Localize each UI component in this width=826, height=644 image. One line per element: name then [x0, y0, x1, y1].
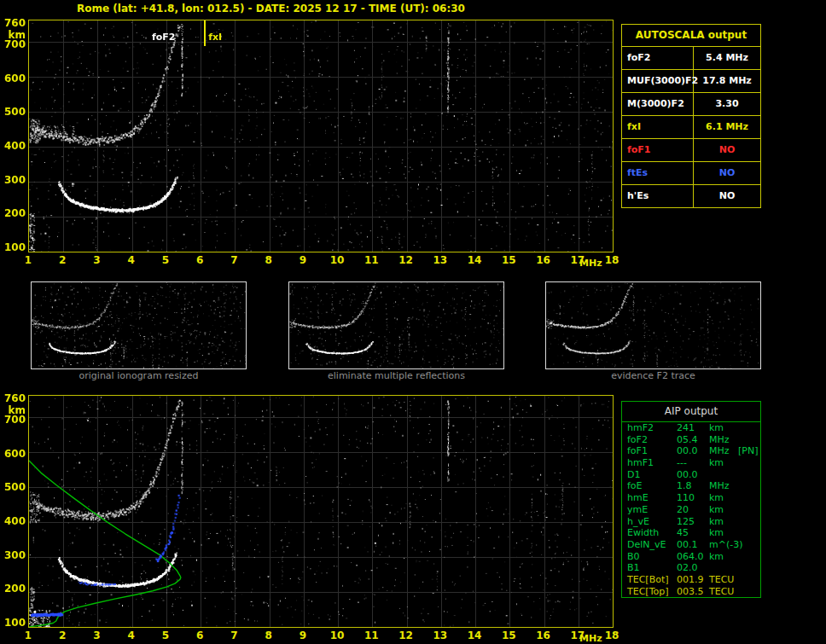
- thumbnail-evidence-f2: [545, 281, 761, 369]
- x-axis-unit-label: MHz: [579, 258, 605, 269]
- aip-value: 125: [677, 516, 709, 528]
- aip-unit: km: [709, 504, 738, 516]
- aip-unit: m^(-3): [709, 539, 738, 551]
- aip-row-deln-ve: DelN_vE00.1m^(-3): [622, 539, 760, 551]
- aip-extra: [738, 574, 760, 586]
- aip-label: hmF1: [622, 457, 677, 469]
- aip-label: hmE: [622, 492, 677, 504]
- x-tick-label: 3: [87, 629, 106, 641]
- autoscala-row-value: NO: [694, 162, 760, 184]
- aip-label: foF1: [622, 445, 677, 457]
- aip-label: ymE: [622, 504, 677, 516]
- aip-label: D1: [622, 469, 677, 481]
- x-tick-label: 6: [190, 629, 209, 641]
- aip-extra: [738, 504, 760, 516]
- thumbnail-caption-original: original ionogram resized: [31, 370, 247, 381]
- aip-unit: km: [709, 516, 738, 528]
- x-tick-label: 13: [431, 254, 450, 266]
- ionogram-plot-bottom: [28, 395, 614, 628]
- aip-label: DelN_vE: [622, 539, 677, 551]
- x-tick-label: 8: [259, 629, 278, 641]
- aip-unit: km: [709, 492, 738, 504]
- x-tick-label: 2: [53, 254, 72, 266]
- fxi-marker-line: [204, 20, 206, 46]
- x-tick-label: 12: [397, 629, 416, 641]
- aip-extra: [738, 469, 760, 481]
- aip-label: h_vE: [622, 516, 677, 528]
- aip-label: Ewidth: [622, 527, 677, 539]
- y-tick-label: 400: [2, 516, 26, 527]
- aip-row-yme: ymE20km: [622, 504, 760, 516]
- y-tick-label: 700: [2, 415, 26, 426]
- aip-unit: MHz: [709, 445, 738, 457]
- thumbnail-caption-evidence: evidence F2 trace: [545, 370, 761, 381]
- autoscala-row-fxi: fxI6.1 MHz: [622, 116, 760, 139]
- aip-row-tec-top-: TEC[Top]003.5TECU: [622, 586, 760, 598]
- x-tick-label: 4: [122, 254, 141, 266]
- aip-row-hme: hmE110km: [622, 492, 760, 504]
- aip-value: 20: [677, 504, 709, 516]
- aip-row-fof1: foF100.0MHz[PN]: [622, 445, 760, 457]
- aip-row-hmf2: hmF2241km: [622, 422, 760, 434]
- aip-value: 00.0: [677, 445, 709, 457]
- y-tick-label: 100: [2, 618, 26, 629]
- y-tick-label: 700: [2, 39, 26, 50]
- aip-row-foe: foE1.8MHz: [622, 480, 760, 492]
- aip-table-header: AIP output: [622, 402, 760, 422]
- autoscala-row-value: NO: [694, 185, 760, 207]
- thumbnail-eliminate-reflections: [288, 281, 504, 369]
- aip-value: 05.4: [677, 434, 709, 446]
- aip-extra: [738, 492, 760, 504]
- thumbnail-caption-eliminate: eliminate multiple reflections: [288, 370, 504, 381]
- y-axis-max-label: 760: [2, 393, 26, 404]
- aip-row-h-ve: h_vE125km: [622, 516, 760, 528]
- aip-unit: MHz: [709, 480, 738, 492]
- x-tick-label: 1: [19, 629, 38, 641]
- aip-row-b0: B0064.0km: [622, 551, 760, 563]
- aip-value: 110: [677, 492, 709, 504]
- fxi-label: fxI: [208, 32, 222, 43]
- aip-value: 003.5: [677, 586, 709, 598]
- aip-unit: TECU: [709, 586, 738, 598]
- y-tick-label: 300: [2, 175, 26, 186]
- x-tick-label: 14: [465, 254, 484, 266]
- aip-value: 00.0: [677, 469, 709, 481]
- x-tick-label: 18: [602, 254, 621, 266]
- aip-value: ---: [677, 457, 709, 469]
- x-tick-label: 5: [156, 629, 175, 641]
- autoscala-row-m-3000-f2: M(3000)F23.30: [622, 93, 760, 116]
- aip-extra: [738, 434, 760, 446]
- x-tick-label: 16: [534, 254, 553, 266]
- aip-value: 241: [677, 422, 709, 434]
- x-tick-label: 3: [87, 254, 106, 266]
- aip-unit: km: [709, 422, 738, 434]
- ionogram-top-canvas: [29, 20, 613, 252]
- aip-value: 001.9: [677, 574, 709, 586]
- aip-row-d1: D100.0: [622, 469, 760, 481]
- aip-extra: [738, 516, 760, 528]
- x-axis-unit-label: MHz: [579, 633, 605, 644]
- x-tick-label: 13: [431, 629, 450, 641]
- aip-row-fof2: foF205.4MHz: [622, 434, 760, 446]
- aip-unit: km: [709, 457, 738, 469]
- autoscala-row-value: 3.30: [694, 93, 760, 115]
- autoscala-app-window: Rome (lat: +41.8, lon: 012.5) - DATE: 20…: [0, 0, 826, 644]
- autoscala-row-value: 5.4 MHz: [694, 47, 760, 69]
- x-tick-label: 6: [190, 254, 209, 266]
- aip-unit: [709, 562, 738, 574]
- aip-table-rows: hmF2241kmfoF205.4MHzfoF100.0MHz[PN]hmF1-…: [622, 422, 760, 597]
- station-datetime-title: Rome (lat: +41.8, lon: 012.5) - DATE: 20…: [77, 3, 465, 15]
- x-tick-label: 12: [397, 254, 416, 266]
- y-tick-label: 200: [2, 583, 26, 595]
- y-tick-label: 500: [2, 107, 26, 118]
- y-tick-label: 100: [2, 242, 26, 253]
- x-tick-label: 18: [602, 629, 621, 641]
- aip-extra: [738, 551, 760, 563]
- x-tick-label: 15: [499, 254, 518, 266]
- aip-row-ewidth: Ewidth45km: [622, 527, 760, 539]
- aip-label: foF2: [622, 434, 677, 446]
- x-tick-label: 11: [362, 254, 381, 266]
- autoscala-row-label: M(3000)F2: [622, 93, 694, 115]
- aip-value: 02.0: [677, 562, 709, 574]
- aip-extra: [738, 422, 760, 434]
